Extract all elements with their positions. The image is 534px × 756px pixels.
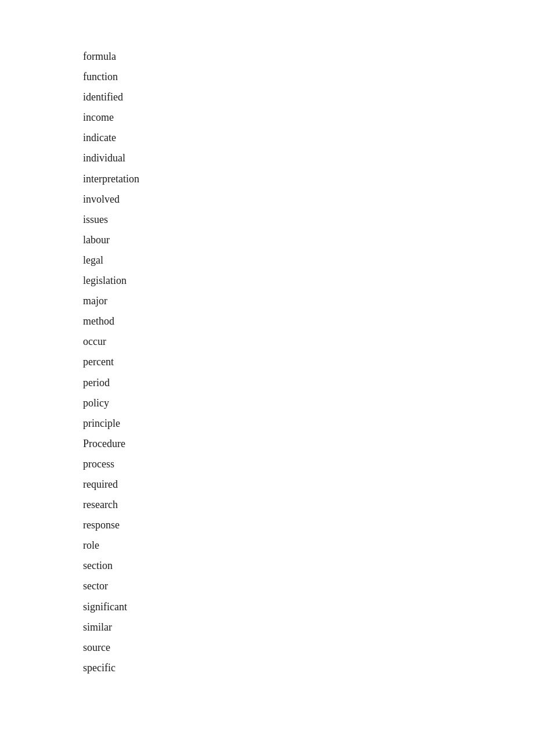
list-item: required [83,474,534,495]
list-item: issues [83,210,534,230]
list-item: method [83,311,534,332]
list-item: response [83,515,534,535]
list-item: research [83,495,534,515]
list-item: percent [83,352,534,372]
list-item: significant [83,597,534,617]
list-item: major [83,291,534,311]
list-item: process [83,454,534,474]
list-item: occur [83,332,534,352]
list-item: legislation [83,271,534,291]
list-item: formula [83,46,534,67]
list-item: labour [83,230,534,250]
list-item: identified [83,87,534,107]
list-item: legal [83,250,534,271]
list-item: indicate [83,128,534,148]
list-item: specific [83,658,534,678]
word-list: formulafunctionidentifiedincomeindicatei… [0,0,534,725]
list-item: similar [83,617,534,638]
list-item: income [83,107,534,128]
list-item: individual [83,148,534,168]
list-item: involved [83,189,534,210]
list-item: policy [83,393,534,413]
list-item: Procedure [83,434,534,454]
list-item: function [83,67,534,87]
list-item: source [83,638,534,658]
list-item: period [83,373,534,393]
list-item: role [83,535,534,556]
list-item: principle [83,413,534,434]
list-item: interpretation [83,169,534,189]
list-item: section [83,556,534,576]
list-item: sector [83,576,534,596]
